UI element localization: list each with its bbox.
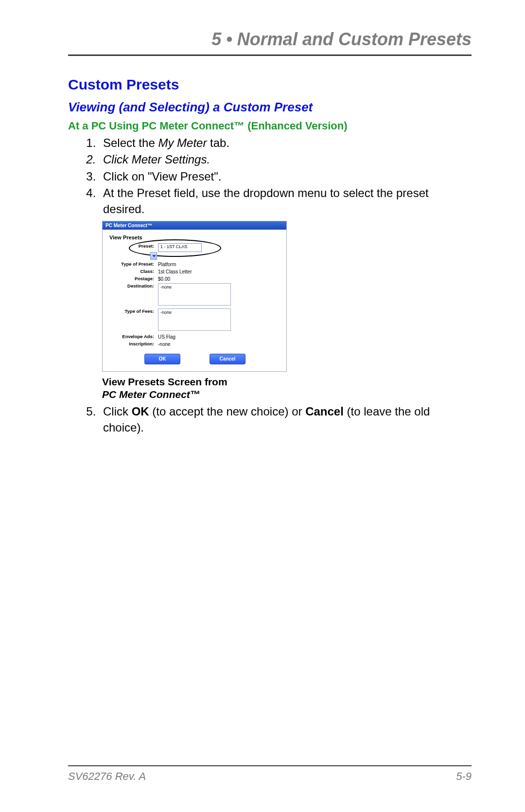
- pcmc-body: View Presets Preset: 1 - 1ST CLAS Type o…: [103, 230, 286, 371]
- value-inscription: -none: [158, 341, 171, 347]
- step-5-cancel: Cancel: [305, 405, 344, 418]
- pcmc-subtitle: View Presets: [109, 235, 280, 240]
- page-footer: SV62276 Rev. A 5-9: [68, 765, 472, 783]
- row-type-of-preset: Type of Preset: Platform: [109, 261, 280, 267]
- label-postage: Postage:: [109, 276, 158, 281]
- label-envelope-ads: Envelope Ads:: [109, 334, 158, 339]
- steps-list: Select the My Meter tab. Click Meter Set…: [68, 135, 472, 217]
- step-3: Click on "View Preset".: [99, 169, 472, 184]
- preset-dropdown-value: 1 - 1ST CLAS: [158, 243, 202, 252]
- step-2-emph: Meter Settings.: [132, 153, 210, 166]
- row-type-of-fees: Type of Fees: -none: [109, 308, 280, 331]
- section-heading: Custom Presets: [68, 76, 472, 93]
- method-heading: At a PC Using PC Meter Connect™ (Enhance…: [68, 120, 472, 132]
- chevron-down-icon[interactable]: [150, 252, 157, 260]
- step-5-text-a: Click: [103, 405, 132, 418]
- step-2-text-a: Click: [103, 153, 132, 166]
- step-5-text-c: (to accept the new choice) or: [149, 405, 306, 418]
- pcmc-button-row: OK Cancel: [109, 354, 280, 364]
- row-class: Class: 1st Class Letter: [109, 269, 280, 274]
- row-postage: Postage: $0.00: [109, 276, 280, 282]
- screenshot-caption: View Presets Screen from PC Meter Connec…: [102, 376, 472, 401]
- row-inscription: Inscription: -none: [109, 341, 280, 347]
- step-1: Select the My Meter tab.: [99, 135, 472, 151]
- label-class: Class:: [109, 269, 158, 274]
- chapter-title: 5 • Normal and Custom Presets: [68, 29, 472, 53]
- row-destination: Destination: -none: [109, 283, 280, 306]
- ok-button[interactable]: OK: [144, 354, 180, 364]
- footer-doc-id: SV62276 Rev. A: [68, 770, 146, 783]
- value-postage: $0.00: [158, 276, 170, 282]
- label-inscription: Inscription:: [109, 341, 158, 346]
- step-1-text-c: tab.: [207, 136, 229, 149]
- row-preset: Preset: 1 - 1ST CLAS: [109, 243, 280, 260]
- label-type-of-preset: Type of Preset:: [109, 261, 158, 267]
- step-1-text-a: Select the: [103, 136, 158, 149]
- label-destination: Destination:: [109, 283, 158, 289]
- subsection-heading: Viewing (and Selecting) a Custom Preset: [68, 100, 472, 115]
- label-preset: Preset:: [109, 243, 158, 249]
- preset-dropdown[interactable]: 1 - 1ST CLAS: [158, 243, 202, 260]
- pcmc-window: PC Meter Connect™ View Presets Preset: 1…: [102, 221, 287, 372]
- value-class: 1st Class Letter: [158, 269, 192, 274]
- caption-line-1: View Presets Screen from: [102, 376, 472, 388]
- step-5-ok: OK: [132, 405, 149, 418]
- pcmc-titlebar: PC Meter Connect™: [103, 221, 286, 230]
- label-type-of-fees: Type of Fees:: [109, 308, 158, 314]
- value-destination: -none: [158, 283, 231, 306]
- step-1-emph: My Meter: [158, 136, 207, 149]
- value-type-of-preset: Platform: [158, 261, 176, 267]
- value-envelope-ads: US Flag: [158, 334, 175, 340]
- step-5: Click OK (to accept the new choice) or C…: [99, 404, 472, 435]
- step-4: At the Preset field, use the dropdown me…: [99, 185, 472, 217]
- value-type-of-fees: -none: [158, 308, 231, 331]
- steps-list-continued: Click OK (to accept the new choice) or C…: [68, 404, 472, 435]
- caption-line-2: PC Meter Connect™: [102, 388, 472, 401]
- row-envelope-ads: Envelope Ads: US Flag: [109, 334, 280, 340]
- cancel-button[interactable]: Cancel: [210, 354, 245, 364]
- footer-rule: [68, 765, 472, 766]
- header-rule: [68, 54, 472, 56]
- screenshot-container: PC Meter Connect™ View Presets Preset: 1…: [102, 221, 472, 401]
- footer-page-number: 5-9: [456, 770, 472, 783]
- step-2: Click Meter Settings.: [99, 152, 472, 167]
